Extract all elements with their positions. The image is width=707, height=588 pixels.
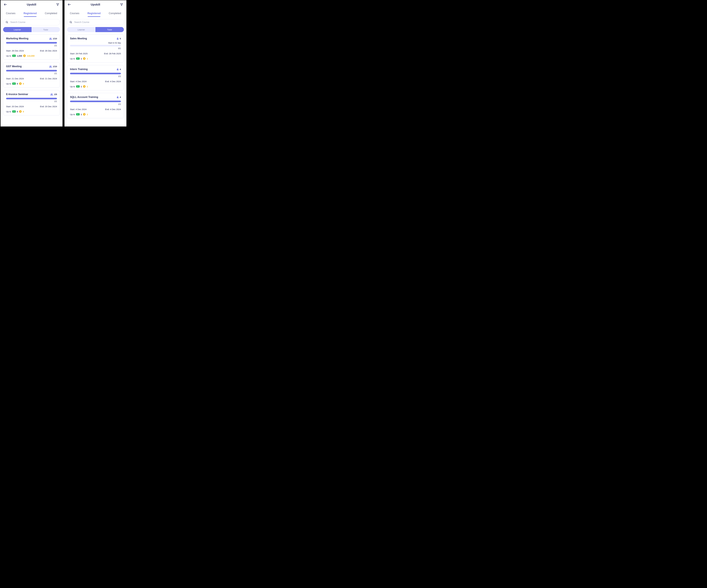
filter-button[interactable] (56, 2, 60, 7)
reward-row: Up to $ 1 $ 1 (70, 57, 121, 60)
coin-icon: $ (83, 57, 86, 60)
progress-fraction: 1/1 (6, 100, 57, 102)
svg-point-2 (50, 38, 51, 38)
svg-point-11 (117, 69, 119, 70)
tab-completed[interactable]: Completed (45, 12, 57, 17)
end-date: End: 21 Dec 2024 (40, 77, 57, 80)
course-card[interactable]: GST Meeting 1/10 1/1 Start: 21 Dec 2024 … (3, 62, 60, 88)
segment-learner[interactable]: Learner (3, 27, 32, 32)
start-date: Start: 4 Dec 2024 (70, 108, 87, 110)
capacity-count: 1/10 (49, 65, 57, 68)
tab-registered[interactable]: Registered (88, 12, 101, 17)
progress-bar (70, 45, 121, 46)
progress-bar (6, 98, 57, 99)
segment-learner[interactable]: Learner (67, 27, 96, 32)
capacity-count: 5 (116, 37, 121, 40)
search-field[interactable] (3, 19, 60, 25)
end-date: End: 28 Feb 2025 (104, 52, 121, 55)
search-field[interactable] (67, 19, 124, 25)
reward-row: Up to $ 0 $ 0 (6, 110, 57, 113)
tab-completed[interactable]: Completed (109, 12, 121, 17)
coin-icon: $ (19, 110, 22, 113)
capacity-count: 1/10 (49, 37, 57, 40)
countdown-text: Start in 52 day (70, 42, 121, 44)
course-list: Marketing Meeting 1/10 1/1 Start: 26 Dec… (1, 34, 63, 118)
end-date: End: 26 Dec 2024 (40, 50, 57, 52)
upto-label: Up to (70, 58, 75, 60)
page-title: Upskill (91, 3, 100, 6)
header-bar: Upskill (1, 0, 63, 8)
cash-icon: $ (12, 83, 16, 85)
arrow-left-icon (67, 3, 71, 6)
svg-point-6 (52, 94, 53, 94)
cash-value: 1,000 (17, 55, 22, 57)
course-title: SQLL Account Training (70, 96, 98, 99)
date-row: Start: 28 Feb 2025 End: 28 Feb 2025 (70, 52, 121, 55)
tab-courses[interactable]: Courses (6, 12, 15, 17)
search-input[interactable] (74, 21, 122, 24)
upto-label: Up to (6, 110, 11, 113)
segment-tutor[interactable]: Tutor (32, 27, 60, 32)
coin-value: 0 (23, 110, 24, 113)
reward-row: Up to $ 0 $ 0 (6, 83, 57, 85)
filter-button[interactable] (119, 2, 124, 7)
capacity-count: 1/5 (50, 93, 57, 96)
cash-icon: $ (76, 58, 79, 60)
svg-point-9 (117, 39, 119, 40)
header-bar: Upskill (65, 0, 126, 8)
svg-point-5 (51, 94, 52, 95)
upto-label: Up to (70, 85, 75, 88)
progress-fraction: 1/1 (6, 72, 57, 74)
lock-icon (116, 96, 119, 98)
date-row: Start: 20 Dec 2024 End: 20 Dec 2024 (6, 105, 57, 108)
upto-label: Up to (6, 83, 11, 85)
progress-bar (6, 70, 57, 71)
progress-bar (70, 101, 121, 102)
phone-learner: Upskill Courses Registered Completed Lea… (1, 0, 63, 127)
tab-row: Courses Registered Completed (65, 8, 126, 17)
course-card[interactable]: Intern Training 4 1/1 Start: 4 Dec 2024 … (67, 65, 124, 90)
search-input[interactable] (10, 21, 58, 24)
tab-registered[interactable]: Registered (24, 12, 37, 17)
coin-icon: $ (23, 55, 26, 57)
end-date: End: 20 Dec 2024 (40, 105, 57, 108)
date-row: Start: 26 Dec 2024 End: 26 Dec 2024 (6, 50, 57, 52)
progress-bar (6, 42, 57, 43)
course-card[interactable]: Marketing Meeting 1/10 1/1 Start: 26 Dec… (3, 34, 60, 60)
upto-label: Up to (6, 55, 11, 57)
coin-value: 0 (23, 83, 24, 85)
cash-value: 0 (17, 83, 18, 85)
cash-value: 1 (81, 58, 82, 60)
course-card[interactable]: Sales Meeting 5 Start in 52 day 0/1 Star… (67, 34, 124, 63)
date-row: Start: 21 Dec 2024 End: 21 Dec 2024 (6, 77, 57, 80)
course-card[interactable]: E-Invoice Seminar 1/5 1/1 Start: 20 Dec … (3, 90, 60, 116)
coin-icon: $ (83, 113, 86, 116)
course-title: Marketing Meeting (6, 37, 28, 40)
coin-value: 110,000 (27, 55, 34, 57)
coin-value: 1 (87, 85, 88, 88)
capacity-count: 4 (116, 68, 121, 71)
cash-icon: $ (12, 110, 16, 112)
tab-row: Courses Registered Completed (1, 8, 63, 17)
cash-icon: $ (76, 113, 79, 116)
people-icon (49, 66, 52, 67)
course-title: Intern Training (70, 68, 88, 71)
back-button[interactable] (3, 2, 8, 7)
back-button[interactable] (67, 2, 72, 7)
start-date: Start: 28 Feb 2025 (70, 52, 88, 55)
progress-fraction: 1/1 (70, 103, 121, 105)
search-icon (69, 21, 72, 24)
svg-point-3 (49, 66, 50, 67)
start-date: Start: 21 Dec 2024 (6, 77, 24, 80)
segment-tutor[interactable]: Tutor (96, 27, 124, 32)
end-date: End: 4 Dec 2024 (105, 108, 121, 110)
reward-row: Up to $ 1 $ 1 (70, 113, 121, 116)
coin-icon: $ (83, 85, 86, 88)
course-list: Sales Meeting 5 Start in 52 day 0/1 Star… (65, 34, 126, 121)
start-date: Start: 20 Dec 2024 (6, 105, 24, 108)
course-title: E-Invoice Seminar (6, 93, 28, 96)
people-icon (49, 38, 52, 40)
reward-row: Up to $ 1 $ 1 (70, 85, 121, 88)
tab-courses[interactable]: Courses (70, 12, 79, 17)
course-card[interactable]: SQLL Account Training 4 1/1 Start: 4 Dec… (67, 93, 124, 118)
